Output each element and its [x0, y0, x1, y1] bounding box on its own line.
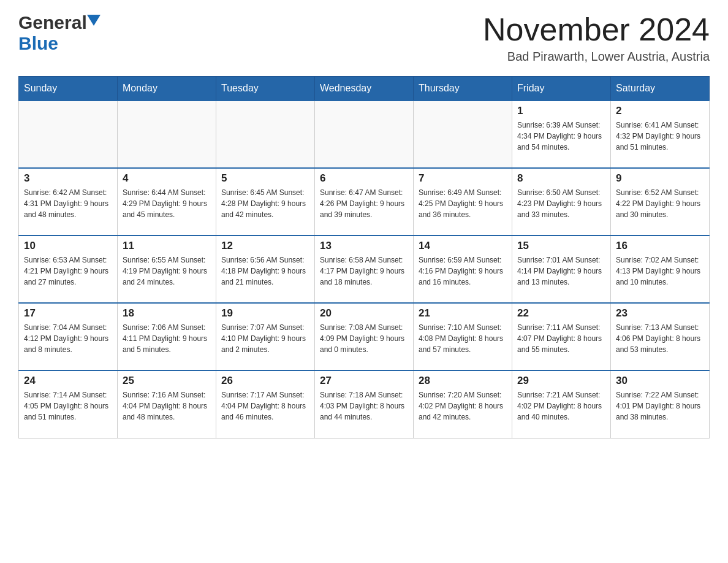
day-number: 3: [24, 172, 112, 185]
day-cell: 24Sunrise: 7:14 AM Sunset: 4:05 PM Dayli…: [19, 370, 118, 438]
logo-triangle-icon: [87, 15, 100, 28]
week-row-3: 10Sunrise: 6:53 AM Sunset: 4:21 PM Dayli…: [19, 236, 710, 303]
day-info: Sunrise: 7:21 AM Sunset: 4:02 PM Dayligh…: [517, 389, 605, 423]
day-number: 19: [221, 307, 309, 320]
day-cell: 22Sunrise: 7:11 AM Sunset: 4:07 PM Dayli…: [512, 303, 611, 370]
day-cell: 18Sunrise: 7:06 AM Sunset: 4:11 PM Dayli…: [118, 303, 216, 370]
header-row: Sunday Monday Tuesday Wednesday Thursday…: [19, 77, 710, 101]
day-number: 6: [320, 172, 408, 185]
day-info: Sunrise: 6:56 AM Sunset: 4:18 PM Dayligh…: [221, 255, 309, 288]
day-info: Sunrise: 7:14 AM Sunset: 4:05 PM Dayligh…: [24, 389, 112, 423]
week-row-2: 3Sunrise: 6:42 AM Sunset: 4:31 PM Daylig…: [19, 168, 710, 236]
day-info: Sunrise: 6:55 AM Sunset: 4:19 PM Dayligh…: [123, 255, 211, 288]
day-info: Sunrise: 7:01 AM Sunset: 4:14 PM Dayligh…: [517, 255, 605, 288]
day-info: Sunrise: 6:59 AM Sunset: 4:16 PM Dayligh…: [419, 255, 507, 288]
day-number: 20: [320, 307, 408, 320]
day-cell: 27Sunrise: 7:18 AM Sunset: 4:03 PM Dayli…: [315, 370, 414, 438]
day-cell: 1Sunrise: 6:39 AM Sunset: 4:34 PM Daylig…: [512, 101, 611, 168]
day-info: Sunrise: 6:49 AM Sunset: 4:25 PM Dayligh…: [419, 187, 507, 220]
logo-general-text: General: [18, 12, 87, 33]
day-info: Sunrise: 6:44 AM Sunset: 4:29 PM Dayligh…: [123, 187, 211, 220]
col-wednesday: Wednesday: [315, 77, 414, 101]
day-info: Sunrise: 7:11 AM Sunset: 4:07 PM Dayligh…: [517, 322, 605, 355]
day-cell: 21Sunrise: 7:10 AM Sunset: 4:08 PM Dayli…: [414, 303, 512, 370]
day-cell: 8Sunrise: 6:50 AM Sunset: 4:23 PM Daylig…: [512, 168, 611, 236]
day-info: Sunrise: 6:41 AM Sunset: 4:32 PM Dayligh…: [616, 120, 704, 153]
day-number: 8: [517, 172, 605, 185]
day-info: Sunrise: 7:22 AM Sunset: 4:01 PM Dayligh…: [616, 389, 704, 423]
day-number: 15: [517, 240, 605, 252]
day-cell: 7Sunrise: 6:49 AM Sunset: 4:25 PM Daylig…: [414, 168, 512, 236]
day-cell: 25Sunrise: 7:16 AM Sunset: 4:04 PM Dayli…: [118, 370, 216, 438]
day-cell: [19, 101, 118, 168]
day-number: 13: [320, 240, 408, 252]
day-cell: 16Sunrise: 7:02 AM Sunset: 4:13 PM Dayli…: [611, 236, 710, 303]
day-info: Sunrise: 7:08 AM Sunset: 4:09 PM Dayligh…: [320, 322, 408, 355]
day-info: Sunrise: 7:06 AM Sunset: 4:11 PM Dayligh…: [123, 322, 211, 355]
day-cell: 4Sunrise: 6:44 AM Sunset: 4:29 PM Daylig…: [118, 168, 216, 236]
day-cell: 30Sunrise: 7:22 AM Sunset: 4:01 PM Dayli…: [611, 370, 710, 438]
day-info: Sunrise: 6:52 AM Sunset: 4:22 PM Dayligh…: [616, 187, 704, 220]
title-section: November 2024 Bad Pirawarth, Lower Austr…: [483, 12, 710, 64]
day-cell: [216, 101, 315, 168]
day-number: 27: [320, 375, 408, 387]
day-info: Sunrise: 7:17 AM Sunset: 4:04 PM Dayligh…: [221, 389, 309, 423]
day-info: Sunrise: 6:47 AM Sunset: 4:26 PM Dayligh…: [320, 187, 408, 220]
page-header: General Blue November 2024 Bad Pirawarth…: [18, 12, 710, 64]
col-tuesday: Tuesday: [216, 77, 315, 101]
day-number: 23: [616, 307, 704, 320]
day-info: Sunrise: 6:45 AM Sunset: 4:28 PM Dayligh…: [221, 187, 309, 220]
day-number: 10: [24, 240, 112, 252]
day-number: 21: [419, 307, 507, 320]
day-cell: 17Sunrise: 7:04 AM Sunset: 4:12 PM Dayli…: [19, 303, 118, 370]
day-cell: 2Sunrise: 6:41 AM Sunset: 4:32 PM Daylig…: [611, 101, 710, 168]
day-number: 1: [517, 105, 605, 117]
col-sunday: Sunday: [19, 77, 118, 101]
day-info: Sunrise: 7:13 AM Sunset: 4:06 PM Dayligh…: [616, 322, 704, 355]
week-row-4: 17Sunrise: 7:04 AM Sunset: 4:12 PM Dayli…: [19, 303, 710, 370]
day-cell: 11Sunrise: 6:55 AM Sunset: 4:19 PM Dayli…: [118, 236, 216, 303]
col-saturday: Saturday: [611, 77, 710, 101]
calendar-title: November 2024: [483, 12, 710, 47]
day-number: 25: [123, 375, 211, 387]
day-number: 14: [419, 240, 507, 252]
calendar-subtitle: Bad Pirawarth, Lower Austria, Austria: [483, 50, 710, 64]
logo-blue-text: Blue: [18, 33, 58, 54]
day-number: 30: [616, 375, 704, 387]
day-cell: 23Sunrise: 7:13 AM Sunset: 4:06 PM Dayli…: [611, 303, 710, 370]
day-cell: 20Sunrise: 7:08 AM Sunset: 4:09 PM Dayli…: [315, 303, 414, 370]
day-info: Sunrise: 6:53 AM Sunset: 4:21 PM Dayligh…: [24, 255, 112, 288]
day-number: 9: [616, 172, 704, 185]
day-cell: [414, 101, 512, 168]
logo: General Blue: [18, 12, 100, 54]
day-cell: [118, 101, 216, 168]
day-cell: 10Sunrise: 6:53 AM Sunset: 4:21 PM Dayli…: [19, 236, 118, 303]
day-number: 2: [616, 105, 704, 117]
day-cell: [315, 101, 414, 168]
col-thursday: Thursday: [414, 77, 512, 101]
col-monday: Monday: [118, 77, 216, 101]
day-number: 5: [221, 172, 309, 185]
day-number: 12: [221, 240, 309, 252]
day-cell: 9Sunrise: 6:52 AM Sunset: 4:22 PM Daylig…: [611, 168, 710, 236]
week-row-5: 24Sunrise: 7:14 AM Sunset: 4:05 PM Dayli…: [19, 370, 710, 438]
day-number: 7: [419, 172, 507, 185]
day-cell: 12Sunrise: 6:56 AM Sunset: 4:18 PM Dayli…: [216, 236, 315, 303]
day-cell: 5Sunrise: 6:45 AM Sunset: 4:28 PM Daylig…: [216, 168, 315, 236]
day-info: Sunrise: 6:39 AM Sunset: 4:34 PM Dayligh…: [517, 120, 605, 153]
calendar-table: Sunday Monday Tuesday Wednesday Thursday…: [18, 76, 710, 439]
day-info: Sunrise: 7:10 AM Sunset: 4:08 PM Dayligh…: [419, 322, 507, 355]
week-row-1: 1Sunrise: 6:39 AM Sunset: 4:34 PM Daylig…: [19, 101, 710, 168]
day-cell: 15Sunrise: 7:01 AM Sunset: 4:14 PM Dayli…: [512, 236, 611, 303]
day-info: Sunrise: 7:20 AM Sunset: 4:02 PM Dayligh…: [419, 389, 507, 423]
day-info: Sunrise: 7:16 AM Sunset: 4:04 PM Dayligh…: [123, 389, 211, 423]
day-info: Sunrise: 6:42 AM Sunset: 4:31 PM Dayligh…: [24, 187, 112, 220]
day-cell: 6Sunrise: 6:47 AM Sunset: 4:26 PM Daylig…: [315, 168, 414, 236]
day-number: 29: [517, 375, 605, 387]
day-info: Sunrise: 7:02 AM Sunset: 4:13 PM Dayligh…: [616, 255, 704, 288]
day-info: Sunrise: 7:18 AM Sunset: 4:03 PM Dayligh…: [320, 389, 408, 423]
col-friday: Friday: [512, 77, 611, 101]
day-cell: 29Sunrise: 7:21 AM Sunset: 4:02 PM Dayli…: [512, 370, 611, 438]
day-number: 28: [419, 375, 507, 387]
day-info: Sunrise: 6:50 AM Sunset: 4:23 PM Dayligh…: [517, 187, 605, 220]
